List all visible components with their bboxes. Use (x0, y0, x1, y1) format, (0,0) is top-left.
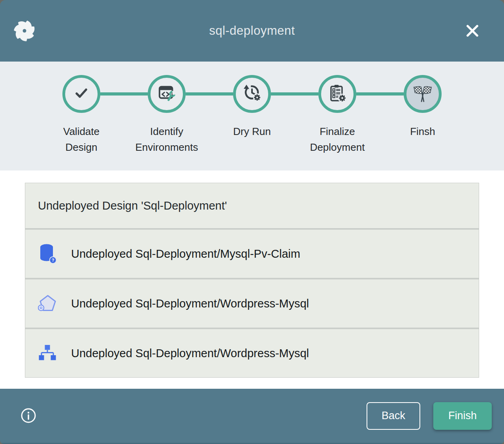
deployment-results-panel: Undeployed Design 'Sql-Deployment' ? Und… (0, 170, 504, 389)
database-icon: ? (38, 244, 57, 264)
step-circle-finalize-deployment (318, 75, 356, 113)
close-button[interactable] (462, 21, 483, 41)
info-icon (20, 420, 37, 425)
step-finalize-deployment: Finalize Deployment (295, 75, 380, 155)
info-button[interactable] (19, 407, 38, 425)
dialog-footer: Back Finish (0, 389, 504, 444)
step-circle-finish (404, 75, 442, 113)
results-list: Undeployed Design 'Sql-Deployment' ? Und… (25, 183, 479, 378)
step-label: Finalize Deployment (302, 124, 372, 155)
back-button[interactable]: Back (367, 402, 420, 430)
step-validate-design: Validate Design (39, 75, 124, 155)
checkered-flags-icon (412, 82, 433, 105)
step-circle-dry-run (233, 75, 271, 113)
result-row-wordpress-mysql-2: Undeployed Sql-Deployment/Wordpress-Mysq… (25, 329, 479, 377)
svg-text:?: ? (52, 258, 55, 262)
result-row-design: Undeployed Design 'Sql-Deployment' (25, 183, 479, 228)
dialog-title: sql-deployment (0, 24, 504, 38)
pentagon-icon (38, 293, 57, 314)
result-row-wordpress-mysql-1: Undeployed Sql-Deployment/Wordpress-Mysq… (25, 279, 479, 328)
result-row-mysql-pv-claim: ? Undeployed Sql-Deployment/Mysql-Pv-Cla… (25, 230, 479, 278)
step-circle-identify-environments (148, 75, 186, 113)
history-gear-icon (243, 84, 261, 104)
step-finish: Finsh (380, 75, 465, 155)
code-window-wrench-icon (158, 84, 176, 104)
deployment-wizard-dialog: sql-deployment Validate Design (0, 0, 504, 444)
deployment-stepper: Validate Design (0, 62, 504, 170)
check-icon (72, 84, 91, 104)
clipboard-gear-icon (328, 84, 347, 104)
footer-actions: Back Finish (367, 402, 492, 430)
close-icon (464, 35, 481, 41)
step-label: Finsh (410, 124, 435, 139)
tree-hierarchy-icon (38, 343, 57, 363)
step-label: Validate Design (46, 124, 117, 155)
dialog-header: sql-deployment (0, 0, 504, 62)
result-row-text: Undeployed Sql-Deployment/Mysql-Pv-Claim (71, 247, 300, 260)
step-label: Identify Environments (132, 124, 202, 155)
step-label: Dry Run (233, 124, 271, 139)
step-circle-validate-design (62, 75, 100, 113)
result-row-text: Undeployed Sql-Deployment/Wordpress-Mysq… (71, 297, 309, 310)
result-row-text: Undeployed Sql-Deployment/Wordpress-Mysq… (71, 347, 309, 360)
finish-button[interactable]: Finish (433, 402, 492, 430)
step-identify-environments: Identify Environments (124, 75, 209, 155)
step-dry-run: Dry Run (209, 75, 295, 155)
result-row-text: Undeployed Design 'Sql-Deployment' (38, 199, 227, 212)
